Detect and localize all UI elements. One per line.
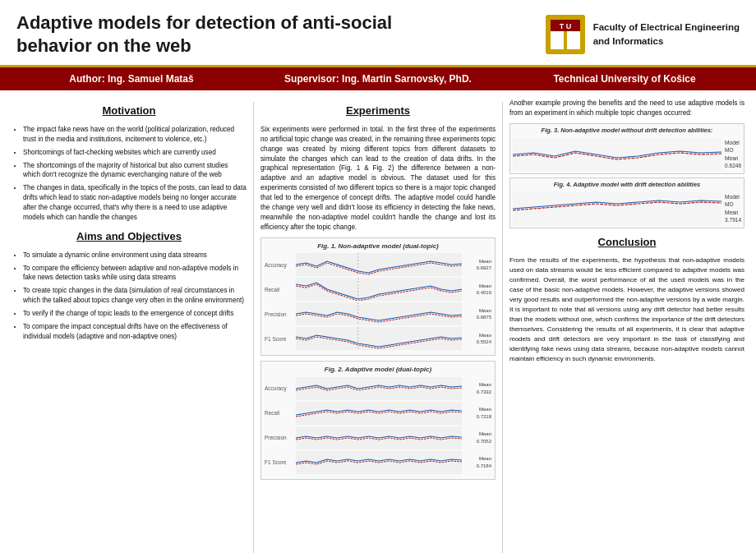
list-item: To compare the impact conceptual drifts … xyxy=(23,322,247,342)
fig1-precision-label: Precision xyxy=(265,311,296,318)
fig2-precision-mean: Mean0.7052 xyxy=(462,431,491,445)
svg-text:T U: T U xyxy=(559,22,571,30)
col3-intro: Another example proving the benefits and… xyxy=(509,99,744,118)
fig4-chart xyxy=(513,192,721,225)
fig1-title: Fig. 1. Non-adaptive model (dual-topic) xyxy=(265,242,491,251)
fig1-f1-chart xyxy=(296,327,462,350)
fig2-f1-chart xyxy=(296,451,462,474)
fig1-accuracy-chart xyxy=(296,253,462,276)
fig2-accuracy-chart xyxy=(296,377,462,400)
motivation-list: The impact fake news have on the world (… xyxy=(12,125,247,223)
col3: Another example proving the benefits and… xyxy=(503,99,744,553)
fig3-chart xyxy=(513,138,721,171)
title-line2: behavior on the web xyxy=(16,35,191,56)
fig2-recall-label: Recall xyxy=(265,409,296,417)
list-item: The changes in data, specifically in the… xyxy=(23,183,247,223)
title-line1: Adaptive models for detection of anti-so… xyxy=(16,12,392,33)
list-item: To verify if the change of topic leads t… xyxy=(23,309,247,319)
col2: Experiments Six experiments were perform… xyxy=(254,99,502,553)
logo-area: T U Faculty of Electrical Engineering an… xyxy=(546,15,740,54)
fig2-recall-row: Recall Mean0.7218 xyxy=(265,402,491,425)
fig3-title: Fig. 3. Non-adaptive model without drift… xyxy=(513,127,741,136)
fig2-precision-chart xyxy=(296,426,462,449)
fig1-f1-label: F1 Score xyxy=(265,335,296,343)
author-bar: Author: Ing. Samuel Mataš Supervisor: In… xyxy=(0,67,756,90)
fig1-accuracy-mean: Mean0.6927 xyxy=(462,258,491,272)
fig1-precision-mean: Mean0.6875 xyxy=(462,307,491,321)
list-item: To create topic changes in the data (sim… xyxy=(23,286,247,306)
fig2-title: Fig. 2. Adaptive model (dual-topic) xyxy=(265,365,491,375)
fig2-recall-chart xyxy=(296,402,462,425)
fig1-recall-mean: Mean0.4010 xyxy=(462,283,491,297)
fig4-title: Fig. 4. Adaptive model with drift detect… xyxy=(513,181,741,190)
fig1-precision-row: Precision Mean0.6875 xyxy=(265,302,491,325)
logo-line2: and Informatics xyxy=(593,36,664,46)
conclusion-title: Conclusion xyxy=(509,235,744,251)
fig1-accuracy-label: Accuracy xyxy=(265,261,296,269)
list-item: To simulate a dynamic online environment… xyxy=(23,251,247,260)
fig2-accuracy-mean: Mean0.7332 xyxy=(462,381,491,395)
logo-text: Faculty of Electrical Engineering and In… xyxy=(593,21,740,47)
fig1-f1-mean: Mean0.5524 xyxy=(462,332,491,346)
fig1-accuracy-row: Accuracy Mean0.6927 xyxy=(265,253,491,276)
list-item: Shortcomings of fact-checking websites w… xyxy=(23,148,247,158)
fig1-recall-row: Recall Mean0.4010 xyxy=(265,278,491,301)
list-item: The shortcomings of the majority of hist… xyxy=(23,161,247,181)
experiments-text: Six experiments were performed in total.… xyxy=(260,125,496,233)
fig4-area: Fig. 4. Adaptive model with drift detect… xyxy=(509,177,744,228)
fig3-mean: 0.6246 xyxy=(725,162,741,169)
motivation-title: Motivation xyxy=(12,104,247,119)
fig2-f1-label: F1 Score xyxy=(265,459,296,466)
university-logo-icon: T U xyxy=(546,15,585,54)
fig2-f1-mean: Mean0.7184 xyxy=(462,455,491,469)
fig2-recall-mean: Mean0.7218 xyxy=(462,406,491,420)
fig1-area: Fig. 1. Non-adaptive model (dual-topic) … xyxy=(260,237,496,357)
supervisor-label: Supervisor: Ing. Martin Sarnovsky, PhD. xyxy=(255,73,501,85)
fig2-accuracy-row: Accuracy Mean0.7332 xyxy=(265,377,491,400)
fig2-area: Fig. 2. Adaptive model (dual-topic) Accu… xyxy=(260,361,496,480)
aims-list: To simulate a dynamic online environment… xyxy=(12,251,247,342)
logo-line1: Faculty of Electrical Engineering xyxy=(593,22,740,32)
col1: Motivation The impact fake news have on … xyxy=(12,99,253,553)
list-item: The impact fake news have on the world (… xyxy=(23,125,247,145)
fig2-f1-row: F1 Score Mean0.7184 xyxy=(265,451,491,474)
svg-rect-18 xyxy=(513,192,721,225)
author-label: Author: Ing. Samuel Mataš xyxy=(8,73,255,85)
fig3-area: Fig. 3. Non-adaptive model without drift… xyxy=(509,123,744,174)
fig4-mean: 3.7914 xyxy=(725,216,741,224)
list-item: To compare the efficiency between adapti… xyxy=(23,264,247,283)
fig1-f1-row: F1 Score Mean0.5524 xyxy=(265,327,491,350)
fig2-precision-row: Precision Mean0.7052 xyxy=(265,426,491,449)
fig1-precision-chart xyxy=(296,302,462,325)
fig1-recall-label: Recall xyxy=(265,286,296,293)
aims-title: Aims and Objectives xyxy=(12,229,247,245)
fig2-accuracy-label: Accuracy xyxy=(265,385,296,392)
page-title: Adaptive models for detection of anti-so… xyxy=(16,12,392,57)
fig2-precision-label: Precision xyxy=(265,434,296,441)
conclusion-text: From the results of the experiments, the… xyxy=(509,256,744,364)
main-content: Motivation The impact fake news have on … xyxy=(0,90,756,553)
university-label: Technical University of Košice xyxy=(501,73,748,85)
header: Adaptive models for detection of anti-so… xyxy=(0,0,756,67)
fig1-recall-chart xyxy=(296,278,462,301)
experiments-title: Experiments xyxy=(260,104,496,119)
